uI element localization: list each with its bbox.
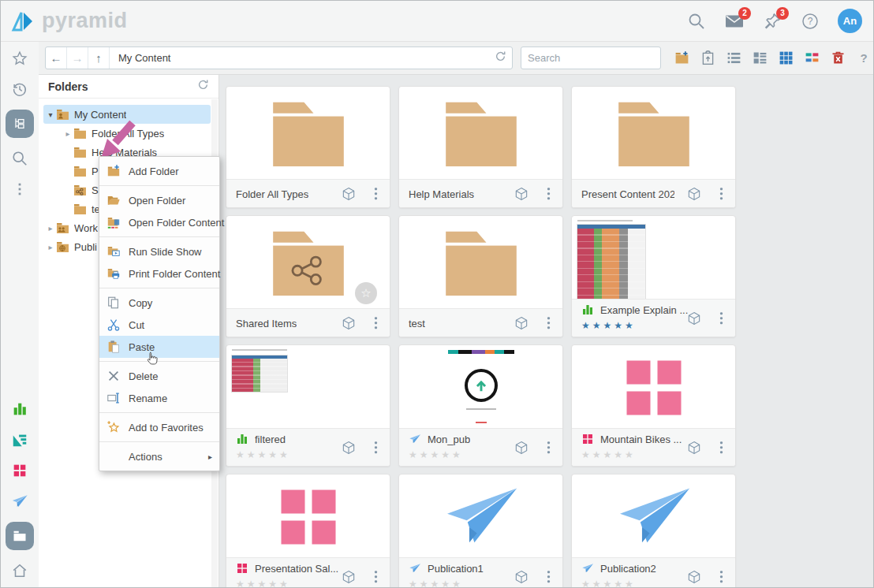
tile-menu-dots-icon[interactable] bbox=[375, 441, 378, 454]
data-model-cube-icon[interactable] bbox=[686, 569, 702, 585]
publication-type-icon bbox=[581, 562, 594, 575]
back-button[interactable]: ← bbox=[46, 47, 67, 69]
toolbar-tags-icon[interactable] bbox=[802, 49, 821, 68]
tile-menu-dots-icon[interactable] bbox=[720, 441, 723, 454]
menu-item-label: Paste bbox=[129, 341, 155, 353]
rail-item-discover[interactable] bbox=[9, 399, 30, 419]
tree-caret[interactable]: ▸ bbox=[45, 224, 56, 233]
data-model-cube-icon[interactable] bbox=[514, 569, 529, 585]
help-icon[interactable]: ? bbox=[800, 11, 820, 32]
data-model-cube-icon[interactable] bbox=[341, 440, 357, 456]
data-model-cube-icon[interactable] bbox=[514, 186, 529, 202]
tile-footer: filtered★★★★★ bbox=[226, 428, 390, 466]
search-field[interactable] bbox=[521, 47, 661, 69]
tile-menu-dots-icon[interactable] bbox=[375, 188, 378, 200]
data-model-cube-icon[interactable] bbox=[686, 440, 702, 456]
tile-shared-items[interactable]: ☆Shared Items bbox=[226, 215, 390, 337]
rail-item-home[interactable] bbox=[9, 560, 30, 581]
breadcrumb-field[interactable]: ← → ↑ My Content bbox=[45, 47, 513, 69]
toolbar-grid-view-icon[interactable] bbox=[776, 49, 795, 68]
rail-item-search[interactable] bbox=[9, 148, 30, 169]
rating-stars: ★★★★★ bbox=[572, 320, 735, 331]
toolbar-paste-clipboard-icon[interactable] bbox=[698, 49, 717, 68]
tile-test[interactable]: test bbox=[398, 215, 563, 337]
tile-example-explain-[interactable]: Example Explain ...★★★★★ bbox=[571, 215, 736, 337]
menu-item-label: Rename bbox=[129, 393, 167, 404]
menu-item-actions[interactable]: Actions▸ bbox=[99, 445, 219, 467]
tile-menu-dots-icon[interactable] bbox=[720, 188, 723, 200]
tile-present-content-202-[interactable]: Present Content 202... bbox=[571, 86, 736, 208]
data-model-cube-icon[interactable] bbox=[514, 315, 529, 331]
menu-item-copy[interactable]: Copy bbox=[99, 292, 219, 314]
breadcrumb: My Content bbox=[110, 52, 495, 64]
tree-caret[interactable]: ▾ bbox=[45, 110, 56, 119]
rail-item-content[interactable] bbox=[6, 522, 34, 550]
tree-item-my-content[interactable]: ▾My Content bbox=[43, 105, 211, 124]
tile-menu-dots-icon[interactable] bbox=[547, 571, 551, 583]
toolbar-list-view-icon[interactable] bbox=[724, 49, 743, 68]
menu-item-print-folder-content[interactable]: Print Folder Content bbox=[99, 262, 219, 285]
tile-menu-dots-icon[interactable] bbox=[375, 571, 378, 583]
tile-menu-dots-icon[interactable] bbox=[720, 312, 723, 325]
rail-item-illustrate[interactable] bbox=[9, 460, 30, 481]
tile-menu-dots-icon[interactable] bbox=[720, 571, 723, 583]
tile-publication2[interactable]: Publication2★★★★★ bbox=[571, 474, 736, 587]
tree-caret[interactable]: ▸ bbox=[62, 129, 73, 138]
tree-item-folder-all-types[interactable]: ▸Folder All Types bbox=[43, 124, 211, 143]
tile-menu-dots-icon[interactable] bbox=[547, 317, 551, 329]
rail-item-content-explorer[interactable] bbox=[6, 110, 34, 138]
tile-help-materials[interactable]: Help Materials bbox=[398, 86, 563, 208]
notifications-pin-icon[interactable]: 3 bbox=[762, 11, 782, 32]
forward-button[interactable]: → bbox=[67, 47, 88, 69]
data-model-cube-icon[interactable] bbox=[341, 315, 357, 331]
menu-item-add-folder[interactable]: Add Folder bbox=[99, 160, 219, 182]
tree-caret[interactable]: ▸ bbox=[45, 243, 56, 251]
global-search-icon[interactable] bbox=[686, 11, 707, 32]
toolbar-recycle-bin-icon[interactable] bbox=[828, 49, 847, 68]
messages-icon[interactable]: 2 bbox=[724, 11, 745, 32]
folders-refresh-icon[interactable] bbox=[197, 79, 209, 94]
search-input[interactable] bbox=[521, 52, 673, 64]
menu-item-cut[interactable]: Cut bbox=[99, 314, 219, 336]
rail-item-favorites[interactable] bbox=[9, 48, 30, 69]
data-model-cube-icon[interactable] bbox=[686, 186, 702, 202]
menu-item-open-folder-content[interactable]: Open Folder Content bbox=[99, 211, 219, 233]
menu-item-label: Cut bbox=[129, 319, 144, 331]
favorite-star-badge[interactable]: ☆ bbox=[355, 282, 377, 304]
tile-menu-dots-icon[interactable] bbox=[547, 188, 551, 200]
toolbar-help[interactable]: ? bbox=[854, 49, 873, 68]
menu-item-delete[interactable]: Delete bbox=[99, 365, 219, 387]
tile-mon-pub[interactable]: Mon_pub★★★★★ bbox=[398, 344, 563, 467]
rail-item-history[interactable] bbox=[9, 79, 30, 99]
data-model-cube-icon[interactable] bbox=[341, 186, 357, 202]
presentation-thumbnail bbox=[626, 360, 681, 415]
data-model-cube-icon[interactable] bbox=[341, 569, 357, 585]
folder-user-icon bbox=[56, 109, 69, 121]
breadcrumb-refresh-icon[interactable] bbox=[495, 50, 506, 65]
data-model-cube-icon[interactable] bbox=[514, 440, 529, 456]
up-button[interactable]: ↑ bbox=[88, 47, 110, 69]
tile-menu-dots-icon[interactable] bbox=[375, 317, 378, 329]
tile-presentation-sal-[interactable]: Presentation Sal...★★★★★ bbox=[226, 474, 390, 587]
toolbar-details-view-icon[interactable] bbox=[750, 49, 769, 68]
rail-item-more[interactable] bbox=[9, 179, 30, 199]
tile-filtered[interactable]: filtered★★★★★ bbox=[226, 344, 390, 467]
menu-item-label: Copy bbox=[129, 297, 152, 309]
menu-item-rename[interactable]: Rename bbox=[99, 387, 219, 409]
user-avatar[interactable]: An bbox=[838, 9, 862, 33]
toolbar-add-folder-icon[interactable] bbox=[672, 49, 691, 68]
tile-publication1[interactable]: Publication1★★★★★ bbox=[398, 474, 563, 587]
tile-folder-all-types[interactable]: Folder All Types bbox=[226, 86, 390, 208]
data-model-cube-icon[interactable] bbox=[686, 311, 702, 326]
tile-menu-dots-icon[interactable] bbox=[547, 441, 551, 454]
menu-item-run-slide-show[interactable]: Run Slide Show bbox=[99, 240, 219, 262]
menu-item-paste[interactable]: Paste bbox=[99, 336, 219, 358]
tile-thumbnail bbox=[226, 87, 390, 180]
rail-item-publish[interactable] bbox=[9, 491, 30, 512]
rail-item-present[interactable] bbox=[9, 430, 30, 450]
tile-thumbnail bbox=[399, 87, 562, 180]
m-slideshow-icon bbox=[106, 244, 121, 259]
menu-item-open-folder[interactable]: Open Folder bbox=[99, 189, 219, 211]
tile-mountain-bikes-[interactable]: Mountain Bikes ...★★★★★ bbox=[571, 344, 736, 467]
menu-item-add-to-favorites[interactable]: Add to Favorites bbox=[99, 416, 219, 438]
